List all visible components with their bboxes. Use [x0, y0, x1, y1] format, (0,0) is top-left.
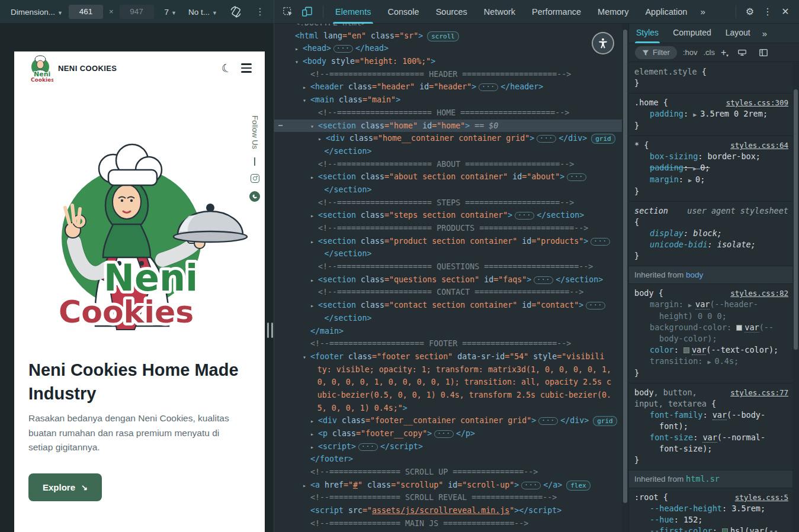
- close-devtools-icon[interactable]: ✕: [778, 4, 793, 20]
- expand-node-icon[interactable]: ···: [538, 417, 558, 425]
- dom-node[interactable]: ▸<section class="product section contain…: [274, 235, 628, 248]
- throttling-dropdown[interactable]: No t...▼: [188, 7, 217, 17]
- stylesheet-link[interactable]: styles.css:5: [735, 492, 788, 503]
- expand-node-icon[interactable]: ···: [586, 302, 605, 309]
- dom-node[interactable]: ▾<main class="main">: [274, 93, 628, 107]
- dom-node[interactable]: ▸<head>···</head>: [274, 42, 628, 55]
- inherited-node-link[interactable]: body: [686, 270, 703, 279]
- explore-button[interactable]: Explore ↘: [28, 473, 102, 501]
- tab-network[interactable]: Network: [476, 0, 524, 24]
- stylesheet-link[interactable]: styles.css:77: [730, 387, 788, 398]
- rendering-emulation-icon[interactable]: [734, 45, 750, 60]
- twisty-icon[interactable]: ▸: [303, 81, 310, 94]
- tab-memory[interactable]: Memory: [589, 0, 637, 24]
- settings-gear-icon[interactable]: ⚙: [742, 4, 758, 20]
- css-property[interactable]: unicode-bidi: isolate;: [634, 239, 788, 250]
- dom-node[interactable]: <!--==================== FOOTER ========…: [274, 337, 628, 350]
- dom-node[interactable]: <!DOCTYPE html>: [274, 24, 628, 30]
- dom-node[interactable]: <!--=============== MAIN JS ============…: [274, 517, 628, 530]
- twisty-icon[interactable]: ▸: [310, 415, 318, 428]
- whatsapp-icon[interactable]: [249, 191, 260, 202]
- styles-tab-layout[interactable]: Layout: [718, 24, 758, 43]
- toggle-sidebar-icon[interactable]: [756, 45, 771, 60]
- node-menu-icon[interactable]: ⋯: [278, 120, 283, 133]
- menu-hamburger-icon[interactable]: [241, 63, 252, 72]
- dom-node[interactable]: <script src="assets/js/scrollreveal.min.…: [274, 504, 628, 517]
- expand-node-icon[interactable]: ···: [521, 482, 541, 489]
- tab-elements[interactable]: Elements: [327, 0, 379, 24]
- new-style-rule-icon[interactable]: +▾: [721, 47, 729, 58]
- css-property[interactable]: font-family: var(--body-font);: [634, 410, 788, 432]
- dom-node[interactable]: ▸<section class="contact section contain…: [274, 299, 628, 312]
- dom-node[interactable]: ▸<script>···</script>: [274, 440, 628, 453]
- expand-node-icon[interactable]: ···: [358, 443, 378, 451]
- inspect-element-icon[interactable]: [280, 4, 296, 20]
- dom-node[interactable]: <!--==================== STEPS =========…: [274, 196, 628, 209]
- styles-tab-styles[interactable]: Styles: [629, 24, 666, 43]
- dark-mode-toggle-icon[interactable]: ☾: [220, 60, 233, 76]
- toggle-hover-state-button[interactable]: :hov: [683, 48, 698, 57]
- twisty-icon[interactable]: ▸: [310, 171, 318, 184]
- dom-node[interactable]: ▾<footer class="footer section" data-sr-…: [274, 350, 628, 363]
- dom-node[interactable]: ▸<div class="home__container container g…: [274, 132, 628, 145]
- inherited-node-link[interactable]: html.sr: [686, 474, 720, 483]
- twisty-icon[interactable]: ▸: [310, 428, 318, 441]
- dom-node[interactable]: <!--==================== HOME ==========…: [274, 107, 628, 120]
- stylesheet-link[interactable]: styles.css:309: [726, 97, 788, 108]
- dom-node[interactable]: </section>: [274, 247, 628, 260]
- twisty-icon[interactable]: ▸: [310, 209, 318, 223]
- dimensions-dropdown[interactable]: Dimension...▼: [11, 7, 63, 17]
- twisty-icon[interactable]: ▾: [310, 120, 318, 133]
- viewport-height-input[interactable]: [120, 5, 154, 19]
- toggle-class-button[interactable]: .cls: [703, 48, 715, 57]
- twisty-icon[interactable]: ▾: [303, 351, 310, 364]
- site-logo[interactable]: Neni Cookies: [27, 54, 53, 82]
- dom-node[interactable]: ▸<a href="#" class="scrollup" id="scroll…: [274, 479, 628, 492]
- dom-node[interactable]: ubic-bezier(0.5, 0, 0, 1) 0.4s, transfor…: [274, 389, 628, 402]
- dom-node[interactable]: <html lang="en" class="sr">scroll: [274, 30, 628, 43]
- color-swatch[interactable]: [736, 325, 742, 331]
- css-property[interactable]: display: block;: [634, 228, 788, 239]
- dom-node[interactable]: ▾<body style="height: 100%;">: [274, 55, 628, 68]
- css-rule[interactable]: styles.css:64* {box-sizing: border-box;p…: [629, 136, 799, 202]
- css-property[interactable]: margin: ▶ 0;: [634, 174, 788, 186]
- dom-node[interactable]: <!--==================== CONTACT =======…: [274, 286, 628, 299]
- badge-grid[interactable]: grid: [593, 416, 617, 426]
- css-property[interactable]: padding: ▶ 0;: [634, 162, 788, 174]
- badge-scroll[interactable]: scroll: [427, 31, 459, 41]
- twisty-icon[interactable]: ▸: [310, 441, 318, 454]
- device-toolbar-menu-icon[interactable]: ⋮: [252, 4, 268, 20]
- dom-node[interactable]: 0, 0, 0, 0, 1, 0, 0, 0, 0, 1); transitio…: [274, 376, 628, 389]
- twisty-icon[interactable]: ▾: [295, 56, 303, 69]
- expand-node-icon[interactable]: ···: [515, 212, 534, 220]
- tab-console[interactable]: Console: [379, 0, 427, 24]
- css-rule[interactable]: user agent stylesheetsection{display: bl…: [629, 202, 799, 266]
- dom-node[interactable]: ▸<section class="steps section container…: [274, 209, 628, 222]
- dom-node[interactable]: </footer>: [274, 453, 628, 466]
- dom-node[interactable]: ▸<header class="header" id="header">···<…: [274, 80, 628, 93]
- css-property[interactable]: transition: ▶ 0.4s;: [634, 356, 788, 367]
- expand-node-icon[interactable]: ···: [534, 276, 553, 284]
- twisty-icon[interactable]: ▸: [310, 299, 318, 312]
- stylesheet-link[interactable]: styles.css:64: [730, 140, 788, 151]
- twisty-icon[interactable]: ▾: [303, 94, 310, 107]
- dom-node[interactable]: <!--==================== PRODUCTS ======…: [274, 222, 628, 235]
- devtools-menu-icon[interactable]: ⋮: [760, 4, 775, 20]
- rotate-device-icon[interactable]: [228, 4, 243, 20]
- instagram-icon[interactable]: [251, 174, 259, 183]
- stylesheet-link[interactable]: styles.css:82: [730, 288, 788, 299]
- css-rule[interactable]: styles.css:82body {margin: ▶ var(--heade…: [629, 284, 799, 383]
- css-property[interactable]: --hue: 152;: [634, 514, 788, 525]
- viewport-width-input[interactable]: [69, 5, 103, 19]
- dom-node[interactable]: <!--==================== ABOUT =========…: [274, 158, 628, 171]
- css-rule[interactable]: styles.css:309.home {padding: ▶ 3.5rem 0…: [629, 93, 799, 136]
- styles-tab-computed[interactable]: Computed: [666, 24, 718, 43]
- more-tabs-icon[interactable]: »: [695, 7, 710, 17]
- dom-node[interactable]: 5, 0, 0, 1) 0.4s;">: [274, 402, 628, 415]
- color-swatch[interactable]: [722, 528, 728, 532]
- twisty-icon[interactable]: ▸: [295, 43, 303, 56]
- twisty-icon[interactable]: ▸: [303, 479, 310, 492]
- badge-grid[interactable]: grid: [591, 134, 615, 144]
- expand-node-icon[interactable]: ···: [333, 45, 353, 53]
- styles-scrollbar[interactable]: [792, 63, 799, 532]
